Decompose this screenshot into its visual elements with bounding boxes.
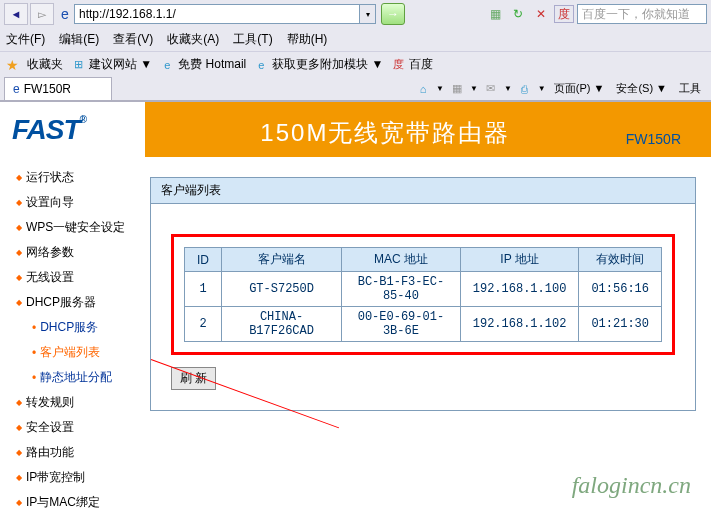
home-icon[interactable]: ⌂	[414, 81, 432, 97]
banner-title: 150M无线宽带路由器	[145, 117, 626, 157]
nav-row: ◄ ▻ e ▾ → ▦ ↻ ✕ 度	[0, 0, 711, 28]
menu-view[interactable]: 查看(V)	[113, 31, 153, 48]
table-row: 1 GT-S7250D BC-B1-F3-EC-85-40 192.168.1.…	[185, 272, 662, 307]
page-icon: e	[56, 5, 74, 23]
sidebar-sub-static-assign[interactable]: 静态地址分配	[0, 365, 135, 390]
annotation-line	[151, 359, 339, 428]
watermark: falogincn.cn	[572, 472, 691, 499]
browser-chrome: ◄ ▻ e ▾ → ▦ ↻ ✕ 度 文件(F) 编辑(E) 查看(V) 收藏夹(…	[0, 0, 711, 102]
fav-hotmail[interactable]: e免费 Hotmail	[160, 56, 246, 73]
refresh-button[interactable]: 刷 新	[171, 367, 216, 390]
table-row: 2 CHINA-B17F26CAD 00-E0-69-01-3B-6E 192.…	[185, 307, 662, 342]
address-bar-wrap: e ▾	[56, 4, 376, 24]
page-menu[interactable]: 页面(P) ▼	[550, 79, 609, 98]
sidebar-item-ipmac[interactable]: IP与MAC绑定	[0, 490, 135, 514]
cell-id: 1	[185, 272, 222, 307]
mail-icon[interactable]: ✉	[482, 81, 500, 97]
search-engine-icon[interactable]: 度	[554, 5, 574, 23]
stop-icon[interactable]: ✕	[531, 5, 551, 23]
sidebar: 运行状态 设置向导 WPS一键安全设定 网络参数 无线设置 DHCP服务器 DH…	[0, 157, 135, 514]
th-ip: IP 地址	[460, 248, 579, 272]
fav-addons[interactable]: e获取更多附加模块 ▼	[254, 56, 383, 73]
sidebar-item-wizard[interactable]: 设置向导	[0, 190, 135, 215]
url-dropdown[interactable]: ▾	[360, 4, 376, 24]
tab-bar: e FW150R ⌂▼ ▦▼ ✉▼ ⎙▼ 页面(P) ▼ 安全(S) ▼ 工具	[0, 77, 711, 101]
sidebar-item-qos[interactable]: IP带宽控制	[0, 465, 135, 490]
tab-title: FW150R	[24, 82, 71, 96]
menu-edit[interactable]: 编辑(E)	[59, 31, 99, 48]
cell-id: 2	[185, 307, 222, 342]
sidebar-item-network[interactable]: 网络参数	[0, 240, 135, 265]
cell-time: 01:56:16	[579, 272, 662, 307]
cell-mac: BC-B1-F3-EC-85-40	[342, 272, 461, 307]
cell-mac: 00-E0-69-01-3B-6E	[342, 307, 461, 342]
sidebar-item-routing[interactable]: 路由功能	[0, 440, 135, 465]
sidebar-item-security[interactable]: 安全设置	[0, 415, 135, 440]
compat-view-icon[interactable]: ▦	[485, 5, 505, 23]
highlight-box: ID 客户端名 MAC 地址 IP 地址 有效时间 1 GT-S7250D BC…	[171, 234, 675, 355]
menu-help[interactable]: 帮助(H)	[287, 31, 328, 48]
sidebar-item-wireless[interactable]: 无线设置	[0, 265, 135, 290]
panel-body: ID 客户端名 MAC 地址 IP 地址 有效时间 1 GT-S7250D BC…	[151, 204, 695, 410]
sidebar-sub-client-list[interactable]: 客户端列表	[0, 340, 135, 365]
feed-icon[interactable]: ▦	[448, 81, 466, 97]
forward-button[interactable]: ▻	[30, 3, 54, 25]
th-id: ID	[185, 248, 222, 272]
sidebar-item-wps[interactable]: WPS一键安全设定	[0, 215, 135, 240]
table-header-row: ID 客户端名 MAC 地址 IP 地址 有效时间	[185, 248, 662, 272]
refresh-icon[interactable]: ↻	[508, 5, 528, 23]
client-table: ID 客户端名 MAC 地址 IP 地址 有效时间 1 GT-S7250D BC…	[184, 247, 662, 342]
logo-area: FAST®	[0, 102, 145, 157]
th-mac: MAC 地址	[342, 248, 461, 272]
sidebar-item-forwarding[interactable]: 转发规则	[0, 390, 135, 415]
favorites-star-icon[interactable]: ★	[6, 57, 19, 73]
brand-logo: FAST®	[12, 114, 86, 146]
main-area: 运行状态 设置向导 WPS一键安全设定 网络参数 无线设置 DHCP服务器 DH…	[0, 157, 711, 514]
menu-tools[interactable]: 工具(T)	[233, 31, 272, 48]
menu-bar: 文件(F) 编辑(E) 查看(V) 收藏夹(A) 工具(T) 帮助(H)	[0, 28, 711, 51]
panel-title: 客户端列表	[151, 178, 695, 204]
menu-favorites[interactable]: 收藏夹(A)	[167, 31, 219, 48]
cell-ip: 192.168.1.100	[460, 272, 579, 307]
favorites-label: 收藏夹	[27, 56, 63, 73]
fav-baidu[interactable]: 度百度	[391, 56, 433, 73]
th-name: 客户端名	[222, 248, 342, 272]
search-input[interactable]	[577, 4, 707, 24]
address-bar[interactable]	[74, 4, 360, 24]
content-area: 客户端列表 ID 客户端名 MAC 地址 IP 地址 有效时间 1 GT	[135, 157, 711, 514]
toolbar-right: ▦ ↻ ✕ 度	[485, 4, 707, 24]
sidebar-item-status[interactable]: 运行状态	[0, 165, 135, 190]
tab-page-icon: e	[13, 82, 20, 96]
go-button[interactable]: →	[381, 3, 405, 25]
th-time: 有效时间	[579, 248, 662, 272]
product-banner: FAST® 150M无线宽带路由器 FW150R	[0, 102, 711, 157]
sidebar-sub-dhcp-service[interactable]: DHCP服务	[0, 315, 135, 340]
cell-name: GT-S7250D	[222, 272, 342, 307]
tools-menu[interactable]: 工具	[675, 79, 705, 98]
banner-model: FW150R	[626, 131, 711, 157]
favorites-bar: ★ 收藏夹 ⊞建议网站 ▼ e免费 Hotmail e获取更多附加模块 ▼ 度百…	[0, 51, 711, 77]
safety-menu[interactable]: 安全(S) ▼	[612, 79, 671, 98]
menu-file[interactable]: 文件(F)	[6, 31, 45, 48]
back-button[interactable]: ◄	[4, 3, 28, 25]
tab-fw150r[interactable]: e FW150R	[4, 77, 112, 100]
sidebar-item-dhcp[interactable]: DHCP服务器	[0, 290, 135, 315]
client-list-panel: 客户端列表 ID 客户端名 MAC 地址 IP 地址 有效时间 1 GT	[150, 177, 696, 411]
page-tools: ⌂▼ ▦▼ ✉▼ ⎙▼ 页面(P) ▼ 安全(S) ▼ 工具	[412, 77, 707, 100]
cell-time: 01:21:30	[579, 307, 662, 342]
fav-suggested-sites[interactable]: ⊞建议网站 ▼	[71, 56, 152, 73]
print-icon[interactable]: ⎙	[516, 81, 534, 97]
cell-ip: 192.168.1.102	[460, 307, 579, 342]
cell-name: CHINA-B17F26CAD	[222, 307, 342, 342]
